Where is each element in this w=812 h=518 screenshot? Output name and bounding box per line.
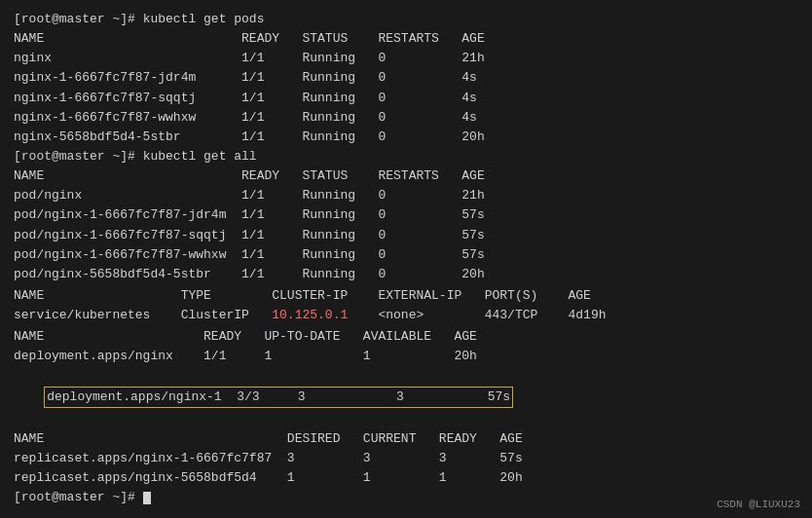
cursor [143,492,151,504]
deploy-row-1-highlighted: deployment.apps/nginx-1 3/3 3 3 57s [14,367,798,427]
all-pod-row-4: pod/nginx-5658bdf5d4-5stbr 1/1 Running 0… [14,265,798,284]
all-pods-header: NAME READY STATUS RESTARTS AGE [14,166,798,186]
command-line-3: [root@master ~]# [14,488,798,507]
all-pod-row-2: pod/nginx-1-6667fc7f87-sqqtj 1/1 Running… [14,226,798,245]
terminal: [root@master ~]# kubectl get pods NAME R… [0,0,812,518]
cmd-2: kubectl get all [143,149,257,164]
all-pod-row-0: pod/nginx 1/1 Running 0 21h [14,186,798,205]
rs-row-0: replicaset.apps/nginx-1-6667fc7f87 3 3 3… [14,449,798,468]
rs-row-1: replicaset.apps/nginx-5658bdf5d4 1 1 1 2… [14,468,798,488]
pod-row-3: nginx-1-6667fc7f87-wwhxw 1/1 Running 0 4… [14,108,798,128]
pod-row-4: nginx-5658bdf5d4-5stbr 1/1 Running 0 20h [14,128,798,147]
command-line-2: [root@master ~]# kubectl get all [14,147,798,166]
all-pod-row-1: pod/nginx-1-6667fc7f87-jdr4m 1/1 Running… [14,205,798,225]
pod-row-1: nginx-1-6667fc7f87-jdr4m 1/1 Running 0 4… [14,68,798,88]
command-line-1: [root@master ~]# kubectl get pods [14,10,798,29]
pod-row-2: nginx-1-6667fc7f87-sqqtj 1/1 Running 0 4… [14,89,798,108]
prompt-1: [root@master ~]# [14,12,143,26]
watermark: CSDN @LIUXU23 [717,499,800,510]
pod-row-0: nginx 1/1 Running 0 21h [14,49,798,68]
prompt-2: [root@master ~]# [14,149,143,164]
pods-header: NAME READY STATUS RESTARTS AGE [14,29,798,49]
cmd-1: kubectl get pods [143,12,265,26]
prompt-3: [root@master ~]# [14,490,143,504]
svc-row-0: service/kubernetes ClusterIP 10.125.0.1 … [14,306,798,325]
svc-header: NAME TYPE CLUSTER-IP EXTERNAL-IP PORT(S)… [14,286,798,306]
rs-header: NAME DESIRED CURRENT READY AGE [14,429,798,449]
all-pod-row-3: pod/nginx-1-6667fc7f87-wwhxw 1/1 Running… [14,245,798,265]
deploy-header: NAME READY UP-TO-DATE AVAILABLE AGE [14,327,798,347]
deploy-row-0: deployment.apps/nginx 1/1 1 1 20h [14,347,798,366]
